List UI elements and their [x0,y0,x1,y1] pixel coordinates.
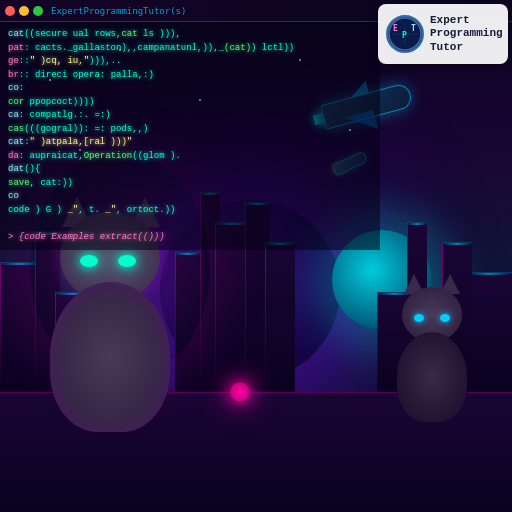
window-controls [5,6,43,16]
code-line-8: cas(((gogral)): =: pods,,) [8,123,372,137]
cat-eye-left [80,255,98,267]
ept-svg-icon: E P T [388,17,422,51]
cat-eye-right [118,255,136,267]
code-line-15 [8,217,372,231]
code-line-5: co: [8,82,372,96]
ept-icon: E P T [386,15,424,53]
svg-text:E: E [393,24,398,33]
code-line-7: ca: compatlg.:. =:) [8,109,372,123]
cat-body [50,282,170,432]
ept-logo: E P T Expert Programming Tutor [378,4,508,64]
code-line-14: code ) G ) _", t. _", ortoct.)) [8,204,372,218]
ept-line3: Tutor [430,41,503,54]
ept-line2: Programming [430,27,503,40]
minimize-button[interactable] [19,6,29,16]
ept-title-text: Expert Programming Tutor [430,14,503,54]
code-line-12: save, cat:)) [8,177,372,191]
cat-large [30,232,190,432]
code-line-3: ge::" )cq, iu,"))),.. [8,55,372,69]
code-line-9: cat:" )atpala,[ral )))" [8,136,372,150]
cat-small-eye-right [440,314,450,322]
cat-small-body [397,332,467,422]
code-overlay: cat((secure ual rows,cat ls ))), pat: ca… [0,22,380,250]
svg-text:T: T [411,24,416,33]
cat-small [382,292,482,422]
svg-text:P: P [402,31,407,40]
close-button[interactable] [5,6,15,16]
code-line-4: br:: direci opera: palla,:) [8,69,372,83]
maximize-button[interactable] [33,6,43,16]
code-line-11: dat(){ [8,163,372,177]
code-line-16: > {code Examples extract(())) [8,231,372,245]
code-line-2: pat: cacts._gallaston),,campanatunl,)),_… [8,42,372,56]
code-line-1: cat((secure ual rows,cat ls ))), [8,28,372,42]
neon-orb [230,382,250,402]
building [265,242,295,392]
cat-small-eye-left [414,314,424,322]
code-line-6: cor ppopcoct)))) [8,96,372,110]
code-line-10: da: aupraicat,Operation((glom ). [8,150,372,164]
ept-line1: Expert [430,14,503,27]
code-line-13: co [8,190,372,204]
